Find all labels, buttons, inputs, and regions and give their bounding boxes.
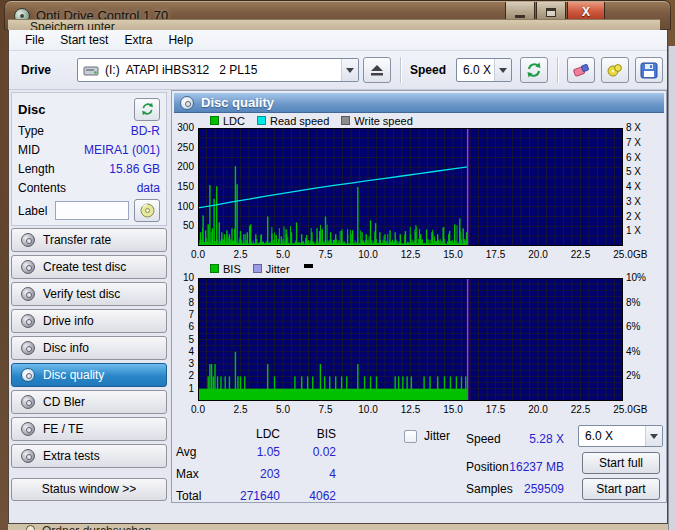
axis-tick-label: 9 — [172, 284, 194, 295]
avg-row-label: Avg — [176, 445, 196, 459]
axis-tick-label: 17.5 — [486, 249, 505, 260]
menu-file[interactable]: File — [17, 31, 52, 49]
sidebar-item-transfer-rate[interactable]: Transfer rate — [11, 228, 167, 252]
disc-info-panel: Disc Type BD-R — [11, 92, 167, 226]
axis-tick-label: 2 X — [626, 211, 641, 222]
toolbar: Drive (I:) ATAPI iHBS312 2 PL15 Speed — [9, 51, 667, 90]
save-button[interactable] — [635, 57, 663, 83]
speed-value: 6.0 X — [457, 63, 491, 77]
sidebar-item-verify-test-disc[interactable]: Verify test disc — [11, 282, 167, 306]
test-speed-select[interactable]: 6.0 X — [578, 425, 663, 447]
sidebar-item-label: Disc quality — [43, 368, 104, 382]
disc-mid-value: MEIRA1 (001) — [84, 143, 160, 157]
samples-value: 259509 — [502, 482, 564, 496]
eject-icon — [368, 63, 386, 77]
max-bis-value: 4 — [274, 467, 336, 481]
start-full-button[interactable]: Start full — [582, 452, 660, 474]
axis-tick-label: 20.0 — [528, 249, 547, 260]
position-value: 16237 MB — [502, 460, 564, 474]
erase-disc-button[interactable] — [567, 57, 595, 83]
sidebar-item-label: CD Bler — [43, 395, 85, 409]
refresh-button[interactable] — [520, 57, 548, 83]
bis-legend-label: BIS — [223, 263, 241, 275]
sidebar-item-cd-bler[interactable]: CD Bler — [11, 390, 167, 414]
menu-help[interactable]: Help — [160, 31, 201, 49]
disc-contents-label: Contents — [18, 181, 66, 195]
bis-chart-legend: BIS Jitter — [210, 262, 313, 275]
disc-contents-value: data — [137, 181, 160, 195]
axis-tick-label: 200 — [172, 161, 194, 172]
legend-artifact-mark — [304, 264, 313, 268]
sidebar-item-extra-tests[interactable]: Extra tests — [11, 444, 167, 468]
speed-select-arrow[interactable] — [494, 59, 511, 81]
read-speed-legend-swatch — [257, 116, 266, 125]
ldc-chart — [198, 128, 623, 246]
sidebar-item-disc-quality[interactable]: Disc quality — [11, 363, 167, 387]
test-speed-select-arrow[interactable] — [645, 426, 662, 446]
axis-tick-label: 2% — [626, 370, 640, 381]
disc-mid-label: MID — [18, 143, 40, 157]
disc-type-value: BD-R — [131, 124, 160, 138]
background-dialog-title: Speichern unter — [30, 20, 115, 30]
ldc-column-header: LDC — [218, 427, 280, 441]
axis-tick-label: 6% — [626, 321, 640, 332]
status-window-button[interactable]: Status window >> — [11, 478, 167, 501]
sidebar-item-fe-te[interactable]: FE / TE — [11, 417, 167, 441]
disc-label-button[interactable] — [134, 199, 160, 222]
disc-label-label: Label — [18, 204, 47, 218]
disc-label-input[interactable] — [55, 201, 129, 220]
write-speed-legend-label: Write speed — [354, 115, 413, 127]
axis-tick-label: 0.0 — [191, 404, 205, 415]
axis-tick-label: 17.5 — [486, 404, 505, 415]
background-window-edge — [668, 46, 675, 530]
sidebar-item-create-test-disc[interactable]: Create test disc — [11, 255, 167, 279]
jitter-checkbox[interactable] — [404, 430, 417, 443]
sidebar-item-drive-info[interactable]: Drive info — [11, 309, 167, 333]
axis-tick-label: 8 X — [626, 122, 641, 133]
test-speed-value: 6.0 X — [579, 429, 613, 443]
jitter-legend-swatch — [253, 264, 262, 273]
axis-tick-label: 0.0 — [191, 249, 205, 260]
menu-extra[interactable]: Extra — [116, 31, 160, 49]
drive-select[interactable]: (I:) ATAPI iHBS312 2 PL15 — [77, 58, 359, 82]
panel-title: Disc quality — [201, 95, 274, 110]
ldc-legend-label: LDC — [223, 115, 245, 127]
speed-select[interactable]: 6.0 X — [456, 58, 512, 82]
axis-tick-label: 5 — [172, 334, 194, 345]
sidebar-item-label: Create test disc — [43, 260, 126, 274]
burn-icon — [606, 62, 624, 78]
app-window: File Start test Extra Help Drive (I:) AT… — [8, 30, 668, 524]
axis-tick-label: 6 X — [626, 152, 641, 163]
max-ldc-value: 203 — [218, 467, 280, 481]
save-icon — [640, 62, 658, 79]
bis-chart — [198, 278, 623, 401]
disc-icon — [21, 341, 35, 355]
axis-tick-label: 25.0 — [613, 249, 632, 260]
axis-tick-label: 4% — [626, 346, 640, 357]
axis-tick-label: 10% — [626, 272, 646, 283]
axis-tick-label: 5 X — [626, 166, 641, 177]
disc-contents-row: Contents data — [18, 178, 160, 197]
disc-length-label: Length — [18, 162, 55, 176]
erase-disc-icon — [572, 62, 590, 78]
disc-icon — [21, 233, 35, 247]
burn-button[interactable] — [601, 57, 629, 83]
eject-button[interactable] — [363, 57, 391, 83]
start-part-button[interactable]: Start part — [582, 478, 660, 500]
sidebar-item-label: Transfer rate — [43, 233, 111, 247]
toolbar-separator — [557, 57, 558, 83]
axis-tick-label: 4 — [172, 346, 194, 357]
read-speed-legend-label: Read speed — [270, 115, 329, 127]
sidebar-item-label: FE / TE — [43, 422, 83, 436]
sidebar-item-disc-info[interactable]: Disc info — [11, 336, 167, 360]
speed-stat-value: 5.28 X — [502, 432, 564, 446]
total-row-label: Total — [176, 489, 201, 503]
sidebar-item-label: Disc info — [43, 341, 89, 355]
drive-select-arrow[interactable] — [341, 59, 358, 81]
disc-refresh-button[interactable] — [134, 98, 160, 121]
menu-start-test[interactable]: Start test — [52, 31, 116, 49]
disc-label-row: Label — [18, 199, 160, 222]
toolbar-separator — [400, 57, 401, 83]
axis-tick-label: 2 — [172, 370, 194, 381]
axis-tick-label: GB — [633, 249, 647, 260]
